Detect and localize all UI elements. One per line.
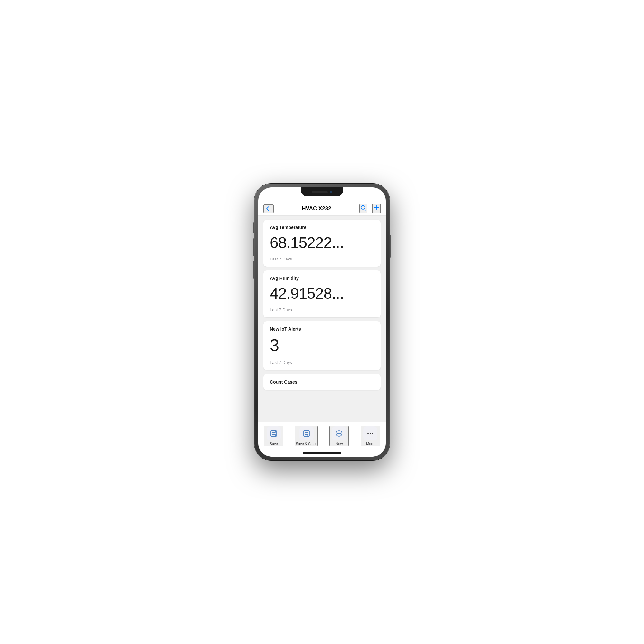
power-button <box>390 235 391 258</box>
add-button[interactable] <box>372 204 381 213</box>
save-icon <box>270 430 278 437</box>
volume-down-button <box>253 261 254 279</box>
svg-point-0 <box>361 205 365 209</box>
svg-point-11 <box>370 433 371 434</box>
home-indicator <box>258 450 386 457</box>
save-button[interactable]: Save <box>264 426 283 446</box>
more-button[interactable]: More <box>361 426 380 446</box>
avg-temperature-label: Avg Temperature <box>270 225 374 230</box>
new-label: New <box>336 442 343 446</box>
svg-point-10 <box>367 433 369 434</box>
new-icon <box>335 430 343 437</box>
count-cases-card[interactable]: Count Cases <box>263 374 381 390</box>
screen: HVAC X232 <box>258 187 386 457</box>
notch <box>301 187 343 196</box>
avg-temperature-card[interactable]: Avg Temperature 68.15222... Last 7 Days <box>263 220 381 267</box>
avg-temperature-value: 68.15222... <box>270 234 374 251</box>
search-button[interactable] <box>359 204 367 213</box>
bottom-toolbar: Save Save & Close <box>258 422 386 450</box>
screen-bezel: HVAC X232 <box>258 187 386 457</box>
new-icon-wrap <box>332 426 346 440</box>
avg-humidity-period: Last 7 Days <box>270 308 374 312</box>
new-iot-alerts-label: New IoT Alerts <box>270 327 374 332</box>
svg-rect-4 <box>271 431 277 436</box>
more-icon-wrap <box>363 426 377 440</box>
svg-point-12 <box>372 433 373 434</box>
svg-line-1 <box>365 209 366 210</box>
new-iot-alerts-period: Last 7 Days <box>270 360 374 365</box>
mute-button <box>253 222 254 233</box>
avg-humidity-label: Avg Humidity <box>270 276 374 281</box>
back-button[interactable] <box>263 204 274 213</box>
avg-humidity-value: 42.91528... <box>270 285 374 302</box>
save-icon-wrap <box>267 426 281 440</box>
more-label: More <box>366 442 374 446</box>
speaker <box>312 191 328 193</box>
nav-header: HVAC X232 <box>258 202 386 216</box>
new-iot-alerts-card[interactable]: New IoT Alerts 3 Last 7 Days <box>263 321 381 370</box>
avg-humidity-card[interactable]: Avg Humidity 42.91528... Last 7 Days <box>263 270 381 317</box>
save-close-label: Save & Close <box>296 442 317 446</box>
save-close-icon <box>303 430 310 437</box>
home-bar <box>303 452 341 454</box>
count-cases-label: Count Cases <box>270 379 298 384</box>
page-title: HVAC X232 <box>302 205 331 212</box>
camera <box>330 191 332 193</box>
save-close-icon-wrap <box>299 426 314 440</box>
nav-actions <box>359 204 381 213</box>
new-iot-alerts-value: 3 <box>270 336 374 355</box>
new-button[interactable]: New <box>329 426 349 446</box>
scroll-content[interactable]: Avg Temperature 68.15222... Last 7 Days … <box>258 216 386 422</box>
more-icon <box>366 430 374 437</box>
svg-rect-5 <box>304 431 309 436</box>
phone-device: HVAC X232 <box>254 184 390 460</box>
save-close-button[interactable]: Save & Close <box>295 426 318 446</box>
avg-temperature-period: Last 7 Days <box>270 257 374 261</box>
volume-up-button <box>253 238 254 256</box>
save-label: Save <box>270 442 278 446</box>
